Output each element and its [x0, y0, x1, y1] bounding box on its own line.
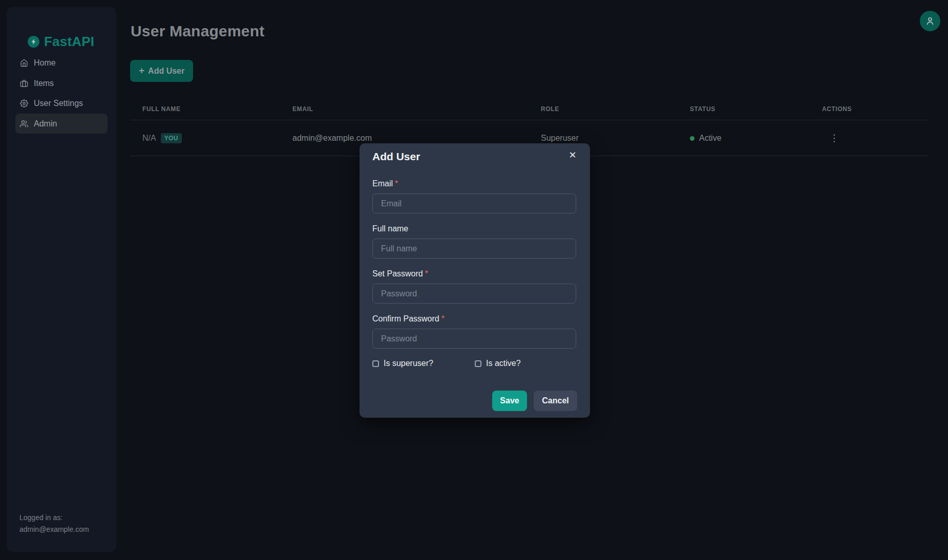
sidebar-item-label: Admin [34, 119, 57, 128]
briefcase-icon [20, 79, 28, 88]
sidebar-item-items[interactable]: Items [15, 73, 108, 93]
users-icon [20, 120, 28, 128]
label-text: Full name [372, 224, 408, 233]
label-text: Set Password [372, 269, 423, 278]
col-full-name: FULL NAME [142, 105, 181, 113]
modal-title: Add User [372, 150, 420, 163]
brand-name: FastAPI [44, 34, 94, 50]
checkbox-icon [372, 360, 379, 367]
checkbox-icon [475, 360, 481, 367]
required-marker: * [425, 269, 428, 278]
email-field-group: Email* [372, 179, 576, 189]
save-button[interactable]: Save [492, 391, 527, 411]
sidebar: FastAPI Home Items User Settings Admin L… [7, 7, 116, 552]
users-table-header: FULL NAME EMAIL ROLE STATUS ACTIONS [130, 100, 929, 120]
home-icon [20, 59, 28, 67]
email-field[interactable] [372, 193, 576, 213]
cell-status: Active [690, 120, 722, 156]
gear-icon [20, 99, 28, 107]
add-user-button[interactable]: + Add User [130, 60, 193, 82]
full-name-field-group: Full name [372, 224, 576, 234]
user-avatar-button[interactable] [920, 11, 940, 31]
email-field-label: Email* [372, 179, 576, 189]
modal-close-button[interactable]: ✕ [565, 148, 580, 162]
confirm-password-field-label: Confirm Password* [372, 314, 576, 325]
add-user-button-label: Add User [148, 67, 184, 76]
confirm-password-field[interactable] [372, 329, 576, 349]
set-password-field-group: Set Password* [372, 269, 576, 279]
page-title: User Management [131, 23, 264, 40]
cancel-button[interactable]: Cancel [534, 391, 577, 411]
is-active-checkbox[interactable]: Is active? [475, 359, 521, 368]
sidebar-item-label: Home [34, 58, 56, 68]
required-marker: * [441, 314, 445, 323]
is-active-label: Is active? [486, 359, 521, 368]
status-dot-icon [690, 136, 694, 141]
label-text: Confirm Password [372, 314, 439, 323]
is-superuser-label: Is superuser? [384, 359, 433, 368]
add-user-modal: Add User ✕ Email* Full name Set Password… [360, 143, 590, 418]
sidebar-item-admin[interactable]: Admin [15, 114, 108, 134]
col-status: STATUS [690, 105, 715, 113]
cell-full-name: N/A YOU [142, 120, 182, 156]
close-icon: ✕ [568, 150, 576, 160]
fastapi-bolt-icon [28, 36, 39, 48]
logged-in-info: Logged in as: admin@example.com [19, 512, 89, 535]
is-superuser-checkbox[interactable]: Is superuser? [372, 359, 433, 368]
full-name-value: N/A [142, 134, 156, 143]
logged-in-as-label: Logged in as: [19, 512, 89, 524]
set-password-field[interactable] [372, 284, 576, 304]
sidebar-item-home[interactable]: Home [15, 53, 108, 73]
user-icon [925, 16, 935, 26]
brand-logo[interactable]: FastAPI [28, 34, 94, 50]
sidebar-item-user-settings[interactable]: User Settings [15, 93, 108, 113]
col-actions: ACTIONS [822, 105, 852, 113]
status-value: Active [699, 134, 722, 143]
row-actions-menu-button[interactable]: ⋮ [828, 129, 841, 147]
label-text: Email [372, 179, 393, 188]
ellipsis-vertical-icon: ⋮ [830, 133, 839, 143]
set-password-field-label: Set Password* [372, 269, 576, 279]
app-root: FastAPI Home Items User Settings Admin L… [0, 0, 948, 560]
full-name-field-label: Full name [372, 224, 576, 234]
logged-in-email: admin@example.com [19, 524, 89, 535]
col-email: EMAIL [292, 105, 313, 113]
sidebar-item-label: User Settings [34, 99, 83, 108]
plus-icon: + [139, 66, 144, 75]
sidebar-item-label: Items [34, 79, 54, 88]
you-badge: YOU [161, 133, 182, 143]
required-marker: * [395, 179, 398, 188]
full-name-field[interactable] [372, 239, 576, 259]
confirm-password-field-group: Confirm Password* [372, 314, 576, 325]
col-role: ROLE [541, 105, 559, 113]
